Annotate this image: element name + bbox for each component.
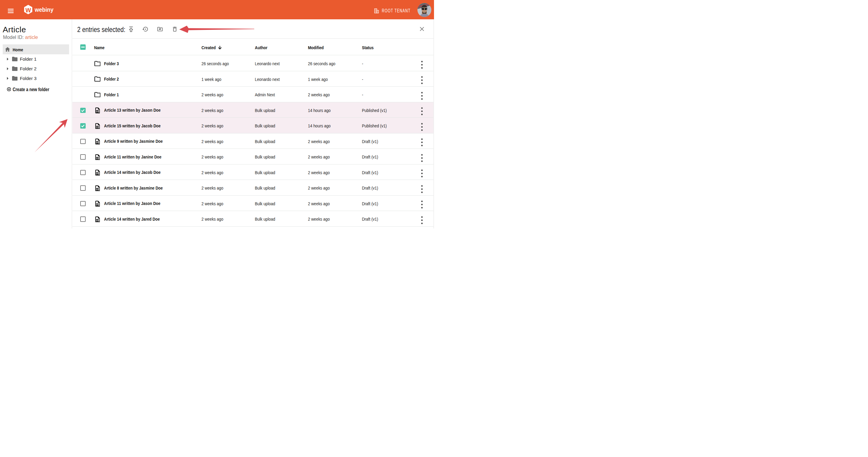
svg-text:w: w <box>25 5 31 14</box>
